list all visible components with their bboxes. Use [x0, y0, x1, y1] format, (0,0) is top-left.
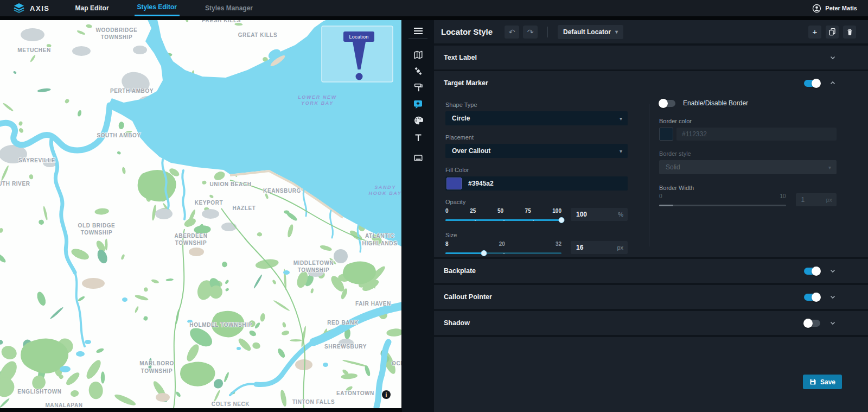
- section-text-label[interactable]: Text Label: [434, 46, 868, 69]
- chevron-down-icon: ▾: [620, 148, 622, 154]
- section-text-label-title: Text Label: [444, 54, 477, 61]
- fill-color-field[interactable]: #3945a2: [445, 176, 628, 191]
- border-style-dropdown: Solid ▾: [659, 160, 837, 174]
- placement-dropdown[interactable]: Over Callout ▾: [445, 144, 628, 158]
- size-tick: 8: [445, 241, 449, 248]
- border-width-min: 0: [659, 193, 662, 200]
- target-marker-toggle[interactable]: [804, 80, 820, 87]
- trash-icon: [846, 28, 853, 36]
- chevron-down-icon[interactable]: [829, 293, 837, 301]
- shape-type-label: Shape Type: [445, 102, 628, 108]
- border-width-max: 10: [780, 193, 786, 200]
- size-slider[interactable]: [445, 252, 561, 254]
- opacity-tick: 75: [525, 208, 531, 215]
- svg-text:SAYREVILLE: SAYREVILLE: [18, 157, 55, 163]
- svg-text:TOWNSHIP: TOWNSHIP: [141, 368, 173, 374]
- user-menu[interactable]: Peter Matis: [812, 4, 857, 13]
- section-shadow-title: Shadow: [444, 319, 470, 327]
- chevron-down-icon[interactable]: [829, 54, 837, 61]
- size-value: 16: [576, 244, 583, 251]
- axis-logo-icon: [13, 3, 25, 14]
- preview-target-marker: [356, 73, 363, 80]
- svg-text:KEYPORT: KEYPORT: [195, 200, 224, 206]
- svg-text:ATLANTIC: ATLANTIC: [365, 233, 394, 239]
- svg-text:GREAT KILLS: GREAT KILLS: [238, 32, 278, 38]
- redo-button[interactable]: ↷: [523, 26, 538, 39]
- svg-text:LOWER NEW: LOWER NEW: [298, 94, 337, 100]
- locator-style-panel: Locator Style ↶ ↷ Default Locator ▾ +: [434, 20, 868, 412]
- svg-text:EATONTOWN: EATONTOWN: [336, 390, 374, 396]
- svg-text:SANDY: SANDY: [374, 185, 396, 190]
- tab-styles-manager[interactable]: Styles Manager: [202, 0, 256, 16]
- fill-color-label: Fill Color: [445, 167, 628, 173]
- section-backplate[interactable]: Backplate: [434, 259, 868, 283]
- border-width-unit: px: [826, 197, 832, 203]
- border-width-label: Border Width: [659, 185, 837, 191]
- target-marker-settings: Shape Type Circle ▾ Placement Over Callo…: [434, 96, 868, 254]
- opacity-tick: 25: [470, 208, 476, 215]
- palette-icon[interactable]: [409, 112, 427, 129]
- svg-text:OLD BRIDGE: OLD BRIDGE: [78, 223, 116, 229]
- paint-roller-icon[interactable]: [409, 79, 427, 96]
- fill-color-value: #3945a2: [468, 180, 494, 187]
- section-shadow[interactable]: Shadow: [434, 311, 868, 335]
- duplicate-style-button[interactable]: [826, 26, 839, 39]
- menu-icon[interactable]: [409, 23, 427, 39]
- section-target-marker[interactable]: Target Marker: [434, 71, 868, 95]
- opacity-unit: %: [618, 211, 623, 218]
- size-tick: 20: [499, 241, 505, 248]
- svg-text:TOWNSHIP: TOWNSHIP: [298, 267, 330, 273]
- opacity-slider[interactable]: [445, 219, 561, 221]
- svg-text:MANALAPAN: MANALAPAN: [45, 402, 82, 408]
- save-icon: [809, 378, 816, 385]
- backplate-toggle[interactable]: [804, 268, 820, 275]
- chevron-down-icon[interactable]: [829, 319, 837, 327]
- locator-selector-dropdown[interactable]: Default Locator ▾: [558, 25, 623, 39]
- svg-text:ENGLISHTOWN: ENGLISHTOWN: [17, 389, 61, 395]
- border-enable-toggle[interactable]: [659, 100, 675, 107]
- border-width-slider: [659, 205, 786, 206]
- panel-title: Locator Style: [441, 27, 493, 36]
- map-canvas[interactable]: FRESH KILLS GREAT KILLS WOODBRIDGE TOWNS…: [0, 20, 401, 412]
- chevron-down-icon[interactable]: [829, 267, 837, 275]
- svg-text:FRESH KILLS: FRESH KILLS: [202, 20, 241, 23]
- copy-icon: [828, 28, 836, 36]
- undo-button[interactable]: ↶: [505, 26, 519, 39]
- brand-name: AXIS: [30, 4, 50, 12]
- add-callout-icon[interactable]: [409, 96, 427, 112]
- delete-style-button[interactable]: [843, 26, 856, 39]
- satellite-icon[interactable]: [409, 63, 427, 79]
- svg-text:MIDDLETOWN: MIDDLETOWN: [293, 260, 334, 266]
- size-tick: 32: [556, 241, 561, 248]
- shape-type-dropdown[interactable]: Circle ▾: [445, 111, 628, 125]
- fill-color-swatch[interactable]: [446, 178, 462, 189]
- add-style-button[interactable]: +: [808, 26, 821, 39]
- map-icon[interactable]: [409, 47, 427, 63]
- svg-text:COLTS NECK: COLTS NECK: [212, 401, 250, 407]
- save-button[interactable]: Save: [803, 375, 842, 389]
- map-attribution-button[interactable]: i: [382, 390, 391, 399]
- section-backplate-title: Backplate: [444, 267, 476, 275]
- opacity-slider-thumb[interactable]: [559, 217, 565, 223]
- border-width-input: 1 px: [796, 193, 837, 206]
- tab-styles-editor[interactable]: Styles Editor: [135, 0, 180, 16]
- opacity-label: Opacity: [445, 199, 628, 205]
- tab-map-editor[interactable]: Map Editor: [73, 0, 112, 16]
- section-callout-pointer[interactable]: Callout Pointer: [434, 285, 868, 309]
- size-label: Size: [445, 232, 628, 238]
- text-icon[interactable]: [409, 130, 427, 146]
- size-input[interactable]: 16 px: [571, 241, 628, 254]
- svg-text:WOODBRIDGE: WOODBRIDGE: [95, 27, 137, 33]
- chevron-down-icon: ▾: [620, 116, 622, 122]
- shape-type-value: Circle: [452, 115, 470, 122]
- size-slider-thumb[interactable]: [481, 250, 487, 256]
- image-icon[interactable]: [409, 150, 427, 166]
- chevron-up-icon[interactable]: [829, 79, 837, 87]
- callout-pointer-toggle[interactable]: [804, 294, 820, 301]
- border-style-value: Solid: [666, 163, 680, 171]
- svg-text:RED BANK: RED BANK: [327, 320, 359, 326]
- svg-text:HAZLET: HAZLET: [232, 205, 256, 211]
- svg-text:OCEANPORT: OCEANPORT: [392, 360, 401, 366]
- opacity-input[interactable]: 100 %: [571, 208, 628, 221]
- shadow-toggle[interactable]: [804, 320, 820, 327]
